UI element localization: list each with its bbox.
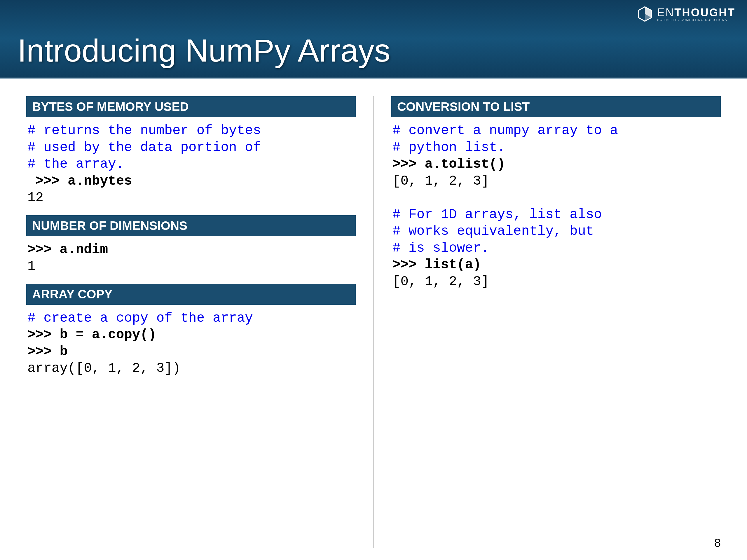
- brand-text-thin: EN: [657, 6, 674, 19]
- code-comment: # is slower.: [392, 241, 489, 256]
- slide-header: Introducing NumPy Arrays ENTHOUGHT SCIEN…: [0, 0, 747, 79]
- section-heading-bytes: BYTES OF MEMORY USED: [26, 96, 356, 117]
- code-comment: # the array.: [27, 157, 124, 172]
- code-output: 12: [27, 190, 44, 205]
- brand-subtext: SCIENTIFIC COMPUTING SOLUTIONS: [657, 18, 735, 22]
- enthought-logo-icon: [637, 6, 653, 22]
- code-block-tolist: # convert a numpy array to a # python li…: [391, 121, 721, 299]
- code-comment: # returns the number of bytes: [27, 123, 261, 138]
- code-input: >>> b = a.copy(): [27, 327, 156, 342]
- code-output: [0, 1, 2, 3]: [392, 274, 489, 289]
- code-block-dims: >>> a.ndim 1: [26, 240, 356, 284]
- code-output: [0, 1, 2, 3]: [392, 174, 489, 189]
- left-column: BYTES OF MEMORY USED # returns the numbe…: [26, 96, 356, 548]
- brand-text-wrap: ENTHOUGHT SCIENTIFIC COMPUTING SOLUTIONS: [657, 6, 735, 22]
- code-comment: # For 1D arrays, list also: [392, 207, 602, 222]
- code-block-copy: # create a copy of the array >>> b = a.c…: [26, 308, 356, 386]
- page-number: 8: [714, 536, 721, 550]
- section-heading-dims: NUMBER OF DIMENSIONS: [26, 215, 356, 236]
- section-heading-copy: ARRAY COPY: [26, 284, 356, 305]
- code-comment: # create a copy of the array: [27, 311, 253, 326]
- slide-title: Introducing NumPy Arrays: [18, 32, 390, 69]
- code-comment: # works equivalently, but: [392, 224, 594, 239]
- code-output: array([0, 1, 2, 3]): [27, 361, 181, 376]
- code-output: 1: [27, 259, 35, 274]
- code-input: >>> b: [27, 344, 68, 359]
- code-comment: # convert a numpy array to a: [392, 123, 618, 138]
- code-block-bytes: # returns the number of bytes # used by …: [26, 121, 356, 215]
- code-comment: # used by the data portion of: [27, 140, 261, 155]
- brand-logo: ENTHOUGHT SCIENTIFIC COMPUTING SOLUTIONS: [637, 6, 735, 22]
- code-input: >>> a.nbytes: [27, 174, 132, 189]
- right-column: CONVERSION TO LIST # convert a numpy arr…: [391, 96, 721, 548]
- code-input: >>> a.ndim: [27, 242, 108, 257]
- column-divider: [373, 96, 374, 548]
- code-input: >>> list(a): [392, 257, 481, 272]
- code-input: >>> a.tolist(): [392, 157, 505, 172]
- code-comment: # python list.: [392, 140, 505, 155]
- brand-text: ENTHOUGHT: [657, 6, 735, 19]
- slide: Introducing NumPy Arrays ENTHOUGHT SCIEN…: [0, 0, 747, 560]
- slide-body: BYTES OF MEMORY USED # returns the numbe…: [0, 79, 747, 560]
- section-heading-tolist: CONVERSION TO LIST: [391, 96, 721, 117]
- brand-text-bold: THOUGHT: [674, 6, 735, 19]
